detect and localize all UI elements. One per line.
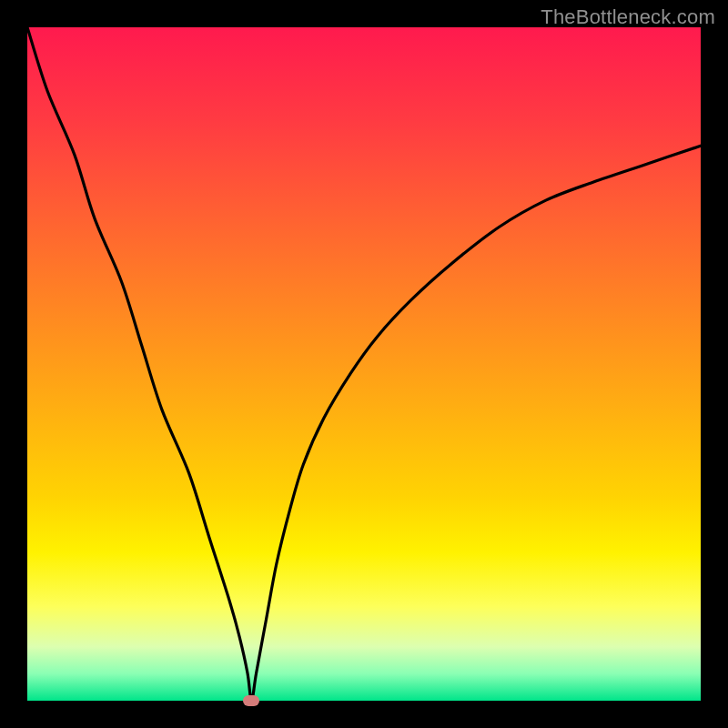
minimum-marker bbox=[243, 695, 259, 706]
bottleneck-curve bbox=[27, 27, 701, 701]
watermark-text: TheBottleneck.com bbox=[541, 5, 715, 29]
curve-path bbox=[27, 27, 701, 701]
chart-frame: TheBottleneck.com bbox=[0, 0, 728, 728]
plot-area bbox=[27, 27, 701, 701]
